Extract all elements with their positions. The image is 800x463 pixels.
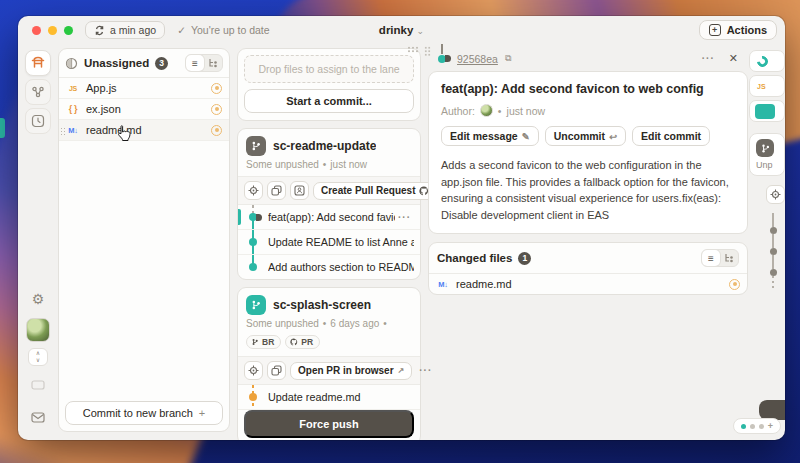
window-body: ⚙ ∧ ∨	[18, 44, 785, 440]
branch-meta: Some unpushed • just now	[238, 158, 420, 176]
graph-icon	[31, 85, 45, 99]
copy-hash-icon[interactable]: ⧉	[505, 53, 511, 64]
branch-meta: Some unpushed • 6 days ago •	[238, 317, 420, 335]
file-row-appjs[interactable]: JS App.js	[59, 78, 229, 99]
traffic-lights	[32, 26, 73, 35]
file-dropzone[interactable]: Drop files to assign to the lane	[244, 55, 414, 83]
branch-header[interactable]: sc-splash-screen	[238, 288, 420, 317]
list-view-button[interactable]: ≡	[186, 55, 204, 71]
peek-file-chip[interactable]	[749, 100, 785, 122]
js-file-icon: JS	[66, 85, 80, 92]
copy-icon	[271, 365, 282, 376]
commit-row[interactable]: Update readme.md	[238, 385, 420, 410]
branches-tab[interactable]	[25, 79, 51, 105]
force-push-button[interactable]: Force push	[244, 410, 414, 438]
start-commit-button[interactable]: Start a commit...	[244, 89, 414, 113]
changed-file-row[interactable]: M↓ readme.md	[429, 274, 747, 294]
changed-files-count-badge: 1	[518, 252, 531, 265]
lane-drag-handle-icon[interactable]	[407, 46, 419, 53]
drag-handle-icon[interactable]	[60, 127, 66, 137]
modified-status-icon	[211, 104, 222, 115]
commit-row[interactable]: Add authors section to README file	[238, 255, 420, 279]
commit-row-selected[interactable]: feat(app): Add second favico... ···	[238, 205, 420, 230]
project-name[interactable]: drinky	[379, 24, 414, 36]
branch-badge-pr[interactable]: PR	[285, 335, 320, 349]
settings-button[interactable]: ⚙	[25, 286, 51, 312]
commit-hash-link[interactable]: 92568ea	[457, 53, 498, 65]
dot-separator: •	[323, 318, 327, 329]
branch-badge-br[interactable]: BR	[246, 335, 281, 349]
commit-dot	[770, 248, 777, 255]
workspace-tab[interactable]	[25, 50, 51, 76]
peek-branch-card[interactable]: Unp	[749, 133, 785, 176]
commit-details-header: 92568ea ⧉ ··· ✕	[428, 48, 748, 71]
edit-message-button[interactable]: Edit message ✎	[441, 126, 539, 146]
peek-dark-button-fragment[interactable]	[759, 400, 785, 420]
fetch-button[interactable]: a min ago	[85, 21, 165, 39]
list-view-button[interactable]: ≡	[702, 250, 720, 266]
stack-lane: Drop files to assign to the lane Start a…	[237, 48, 421, 432]
close-details-button[interactable]: ✕	[725, 52, 742, 65]
tree-view-button[interactable]	[204, 55, 222, 71]
branch-icon	[246, 295, 266, 315]
peek-file-chip[interactable]: JS	[749, 75, 785, 97]
account-switcher[interactable]: ∧ ∨	[28, 348, 48, 366]
commit-card: feat(app): Add second favicon to web con…	[428, 71, 748, 234]
changed-files-title: Changed files	[437, 252, 512, 264]
details-more-button[interactable]: ···	[699, 53, 718, 64]
focus-button[interactable]	[766, 185, 785, 204]
desktop-wallpaper: a min ago ✓ You're up to date drinky ⌄ +…	[0, 0, 800, 463]
peek-file-chip[interactable]	[749, 50, 785, 72]
review-button[interactable]	[290, 181, 309, 200]
create-pull-request-button[interactable]: Create Pull Request	[313, 182, 437, 200]
lane-switcher-pill[interactable]: +	[733, 418, 781, 434]
commit-line	[441, 44, 443, 54]
lane-indicator[interactable]	[750, 424, 755, 429]
edit-commit-button[interactable]: Edit commit	[632, 126, 710, 146]
force-push-label: Force push	[299, 418, 358, 430]
user-avatar[interactable]	[26, 318, 50, 342]
tree-view-button[interactable]	[720, 250, 738, 266]
close-window-button[interactable]	[32, 26, 41, 35]
commit-row[interactable]: Update README to list Anne as pr...	[238, 230, 420, 255]
commit-dot-open	[249, 213, 257, 221]
gear-icon: ⚙	[32, 291, 45, 307]
branch-name: sc-splash-screen	[273, 298, 371, 312]
file-name: readme.md	[86, 124, 142, 136]
modified-status-icon	[729, 279, 740, 290]
review-icon	[294, 185, 305, 196]
commit-line	[772, 276, 774, 290]
zoom-window-button[interactable]	[64, 26, 73, 35]
lane-indicator-active[interactable]	[741, 424, 746, 429]
preview-button[interactable]	[25, 372, 51, 398]
uncommit-button[interactable]: Uncommit ↩	[545, 126, 626, 146]
history-tab[interactable]	[25, 108, 51, 134]
file-row-exjson[interactable]: { } ex.json	[59, 99, 229, 120]
add-lane-button[interactable]: +	[768, 421, 773, 431]
copy-icon	[271, 185, 282, 196]
branch-time: just now	[330, 159, 367, 170]
image-file-icon	[755, 104, 775, 119]
branch-actions-row: Create Pull Request ···	[238, 176, 420, 205]
badge-label: PR	[301, 337, 313, 347]
feedback-button[interactable]	[25, 404, 51, 430]
file-row-readmemd[interactable]: M↓ readme.md	[59, 120, 229, 141]
focus-button[interactable]	[244, 181, 263, 200]
minimize-window-button[interactable]	[48, 26, 57, 35]
lane-indicator[interactable]	[759, 424, 764, 429]
dropzone-hint: Drop files to assign to the lane	[258, 63, 399, 75]
actions-button[interactable]: + Actions	[699, 20, 777, 40]
open-pr-button[interactable]: Open PR in browser ↗	[290, 362, 412, 380]
commit-to-new-branch-button[interactable]: Commit to new branch +	[65, 401, 223, 425]
branch-header[interactable]: sc-readme-update	[238, 129, 420, 158]
commit-line	[772, 234, 774, 248]
dot-separator: •	[498, 105, 502, 117]
screen-icon	[31, 380, 45, 391]
focus-button[interactable]	[244, 361, 263, 380]
focus-icon	[770, 189, 781, 200]
copy-button[interactable]	[267, 181, 286, 200]
copy-button[interactable]	[267, 361, 286, 380]
pencil-icon: ✎	[522, 131, 530, 142]
commit-more-button[interactable]: ···	[395, 212, 414, 223]
commit-details-panel: 92568ea ⧉ ··· ✕ feat(app): Add second fa…	[428, 48, 748, 432]
